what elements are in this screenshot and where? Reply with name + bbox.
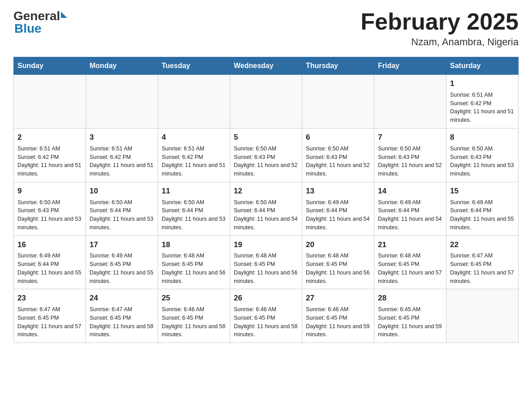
day-info: Sunrise: 6:45 AMSunset: 6:45 PMDaylight:… xyxy=(378,305,442,339)
weekday-header-thursday: Thursday xyxy=(302,57,374,75)
location-title: Nzam, Anambra, Nigeria xyxy=(360,36,519,48)
calendar-cell: 14Sunrise: 6:49 AMSunset: 6:44 PMDayligh… xyxy=(374,182,446,235)
day-info: Sunrise: 6:48 AMSunset: 6:45 PMDaylight:… xyxy=(162,252,226,285)
day-number: 22 xyxy=(450,240,515,250)
day-info: Sunrise: 6:50 AMSunset: 6:43 PMDaylight:… xyxy=(378,145,442,178)
calendar-cell: 15Sunrise: 6:49 AMSunset: 6:44 PMDayligh… xyxy=(446,182,519,235)
day-info: Sunrise: 6:50 AMSunset: 6:44 PMDaylight:… xyxy=(162,198,226,232)
week-row-3: 9Sunrise: 6:50 AMSunset: 6:43 PMDaylight… xyxy=(14,182,519,235)
weekday-header-saturday: Saturday xyxy=(446,57,519,75)
day-info: Sunrise: 6:48 AMSunset: 6:45 PMDaylight:… xyxy=(234,252,298,285)
calendar-cell: 26Sunrise: 6:46 AMSunset: 6:45 PMDayligh… xyxy=(230,289,302,343)
calendar-cell: 5Sunrise: 6:50 AMSunset: 6:43 PMDaylight… xyxy=(230,128,302,182)
day-number: 6 xyxy=(306,132,370,143)
month-title: February 2025 xyxy=(360,9,519,34)
day-number: 2 xyxy=(17,132,82,143)
day-info: Sunrise: 6:47 AMSunset: 6:45 PMDaylight:… xyxy=(450,252,515,285)
day-info: Sunrise: 6:46 AMSunset: 6:45 PMDaylight:… xyxy=(234,305,298,339)
day-info: Sunrise: 6:49 AMSunset: 6:44 PMDaylight:… xyxy=(450,198,515,232)
calendar-cell: 4Sunrise: 6:51 AMSunset: 6:42 PMDaylight… xyxy=(158,128,230,182)
calendar-cell: 13Sunrise: 6:49 AMSunset: 6:44 PMDayligh… xyxy=(302,182,374,235)
day-info: Sunrise: 6:46 AMSunset: 6:45 PMDaylight:… xyxy=(162,305,226,339)
day-number: 20 xyxy=(306,240,370,250)
calendar-cell: 28Sunrise: 6:45 AMSunset: 6:45 PMDayligh… xyxy=(374,289,446,343)
week-row-2: 2Sunrise: 6:51 AMSunset: 6:42 PMDaylight… xyxy=(14,128,519,182)
calendar-cell: 12Sunrise: 6:50 AMSunset: 6:44 PMDayligh… xyxy=(230,182,302,235)
logo-triangle-icon xyxy=(61,12,67,18)
calendar-cell: 18Sunrise: 6:48 AMSunset: 6:45 PMDayligh… xyxy=(158,235,230,289)
day-number: 24 xyxy=(90,293,154,304)
calendar-cell: 21Sunrise: 6:48 AMSunset: 6:45 PMDayligh… xyxy=(374,235,446,289)
day-info: Sunrise: 6:51 AMSunset: 6:42 PMDaylight:… xyxy=(450,91,515,124)
day-info: Sunrise: 6:51 AMSunset: 6:42 PMDaylight:… xyxy=(17,145,82,178)
day-number: 4 xyxy=(162,132,226,143)
day-number: 9 xyxy=(17,186,82,197)
day-number: 21 xyxy=(378,240,442,250)
day-number: 25 xyxy=(162,293,226,304)
calendar-cell: 3Sunrise: 6:51 AMSunset: 6:42 PMDaylight… xyxy=(86,128,158,182)
day-number: 14 xyxy=(378,186,442,197)
calendar-cell: 17Sunrise: 6:49 AMSunset: 6:45 PMDayligh… xyxy=(86,235,158,289)
calendar-cell: 2Sunrise: 6:51 AMSunset: 6:42 PMDaylight… xyxy=(14,128,86,182)
day-info: Sunrise: 6:47 AMSunset: 6:45 PMDaylight:… xyxy=(90,305,154,339)
day-number: 28 xyxy=(378,293,442,304)
calendar-cell: 10Sunrise: 6:50 AMSunset: 6:44 PMDayligh… xyxy=(86,182,158,235)
calendar-cell: 25Sunrise: 6:46 AMSunset: 6:45 PMDayligh… xyxy=(158,289,230,343)
calendar-cell: 27Sunrise: 6:46 AMSunset: 6:45 PMDayligh… xyxy=(302,289,374,343)
calendar-cell: 7Sunrise: 6:50 AMSunset: 6:43 PMDaylight… xyxy=(374,128,446,182)
calendar-cell: 9Sunrise: 6:50 AMSunset: 6:43 PMDaylight… xyxy=(14,182,86,235)
weekday-header-wednesday: Wednesday xyxy=(230,57,302,75)
day-number: 19 xyxy=(234,240,298,250)
day-number: 18 xyxy=(162,240,226,250)
day-number: 16 xyxy=(17,240,82,250)
day-info: Sunrise: 6:50 AMSunset: 6:43 PMDaylight:… xyxy=(306,145,370,178)
page-header: General Blue February 2025 Nzam, Anambra… xyxy=(13,9,519,48)
calendar-cell: 24Sunrise: 6:47 AMSunset: 6:45 PMDayligh… xyxy=(86,289,158,343)
day-info: Sunrise: 6:48 AMSunset: 6:45 PMDaylight:… xyxy=(378,252,442,285)
day-info: Sunrise: 6:49 AMSunset: 6:45 PMDaylight:… xyxy=(90,252,154,285)
day-info: Sunrise: 6:50 AMSunset: 6:43 PMDaylight:… xyxy=(234,145,298,178)
day-info: Sunrise: 6:50 AMSunset: 6:44 PMDaylight:… xyxy=(90,198,154,232)
day-info: Sunrise: 6:49 AMSunset: 6:44 PMDaylight:… xyxy=(378,198,442,232)
weekday-header-monday: Monday xyxy=(86,57,158,75)
calendar-cell: 22Sunrise: 6:47 AMSunset: 6:45 PMDayligh… xyxy=(446,235,519,289)
day-info: Sunrise: 6:49 AMSunset: 6:44 PMDaylight:… xyxy=(17,252,82,285)
calendar-cell xyxy=(14,75,86,128)
day-info: Sunrise: 6:51 AMSunset: 6:42 PMDaylight:… xyxy=(162,145,226,178)
title-area: February 2025 Nzam, Anambra, Nigeria xyxy=(360,9,519,48)
day-info: Sunrise: 6:46 AMSunset: 6:45 PMDaylight:… xyxy=(306,305,370,339)
day-number: 3 xyxy=(90,132,154,143)
day-number: 11 xyxy=(162,186,226,197)
day-number: 13 xyxy=(306,186,370,197)
calendar-cell: 11Sunrise: 6:50 AMSunset: 6:44 PMDayligh… xyxy=(158,182,230,235)
weekday-header-tuesday: Tuesday xyxy=(158,57,230,75)
weekday-header-row: SundayMondayTuesdayWednesdayThursdayFrid… xyxy=(14,57,519,75)
weekday-header-friday: Friday xyxy=(374,57,446,75)
calendar-cell xyxy=(86,75,158,128)
logo: General Blue xyxy=(13,9,67,36)
day-number: 27 xyxy=(306,293,370,304)
calendar-cell: 16Sunrise: 6:49 AMSunset: 6:44 PMDayligh… xyxy=(14,235,86,289)
day-info: Sunrise: 6:50 AMSunset: 6:43 PMDaylight:… xyxy=(17,198,82,232)
day-number: 15 xyxy=(450,186,515,197)
calendar-cell: 6Sunrise: 6:50 AMSunset: 6:43 PMDaylight… xyxy=(302,128,374,182)
week-row-1: 1Sunrise: 6:51 AMSunset: 6:42 PMDaylight… xyxy=(14,75,519,128)
day-number: 1 xyxy=(450,78,515,89)
day-number: 26 xyxy=(234,293,298,304)
day-number: 5 xyxy=(234,132,298,143)
calendar-cell xyxy=(374,75,446,128)
calendar-cell xyxy=(230,75,302,128)
week-row-5: 23Sunrise: 6:47 AMSunset: 6:45 PMDayligh… xyxy=(14,289,519,343)
day-info: Sunrise: 6:51 AMSunset: 6:42 PMDaylight:… xyxy=(90,145,154,178)
day-number: 17 xyxy=(90,240,154,250)
day-info: Sunrise: 6:50 AMSunset: 6:44 PMDaylight:… xyxy=(234,198,298,232)
day-info: Sunrise: 6:50 AMSunset: 6:43 PMDaylight:… xyxy=(450,145,515,178)
calendar-cell: 8Sunrise: 6:50 AMSunset: 6:43 PMDaylight… xyxy=(446,128,519,182)
weekday-header-sunday: Sunday xyxy=(14,57,86,75)
day-number: 7 xyxy=(378,132,442,143)
day-info: Sunrise: 6:49 AMSunset: 6:44 PMDaylight:… xyxy=(306,198,370,232)
day-number: 8 xyxy=(450,132,515,143)
calendar-cell: 20Sunrise: 6:48 AMSunset: 6:45 PMDayligh… xyxy=(302,235,374,289)
calendar-cell xyxy=(158,75,230,128)
day-info: Sunrise: 6:47 AMSunset: 6:45 PMDaylight:… xyxy=(17,305,82,339)
